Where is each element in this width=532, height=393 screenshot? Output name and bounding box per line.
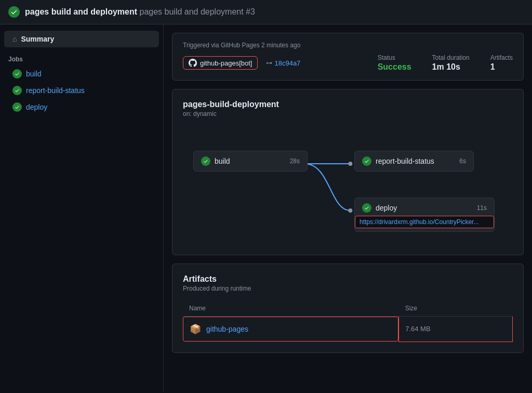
deploy-node-icon: [362, 203, 371, 213]
package-icon: 📦: [190, 323, 201, 335]
page-header: pages build and deployment pages build a…: [0, 0, 532, 24]
report-success-icon: [12, 86, 22, 95]
sidebar-item-build[interactable]: build: [4, 66, 159, 82]
sidebar-item-report-build-status[interactable]: report-build-status: [4, 83, 159, 98]
workflow-diagram: build 28s report-build-status 6s: [183, 130, 513, 244]
deploy-node[interactable]: deploy 11s https://drivardxrm.github.io/…: [354, 198, 495, 232]
status-item: Status Success: [378, 54, 411, 72]
artifacts-card: Artifacts Produced during runtime Name S…: [172, 264, 524, 353]
svg-point-2: [348, 208, 352, 213]
table-row[interactable]: 📦 github-pages 7.64 MB: [183, 317, 513, 342]
duration-item: Total duration 1m 10s: [432, 54, 470, 72]
artifacts-item: Artifacts 1: [490, 54, 513, 72]
job-build-label: build: [26, 70, 42, 78]
sidebar-item-deploy[interactable]: deploy: [4, 99, 159, 115]
main-layout: ⌂ Summary Jobs build report-build-status…: [0, 24, 532, 392]
build-node-icon: [201, 156, 210, 166]
sidebar-summary[interactable]: ⌂ Summary: [4, 31, 159, 47]
bot-badge[interactable]: github-pages[bot]: [183, 56, 258, 70]
report-node[interactable]: report-build-status 6s: [354, 151, 474, 172]
report-node-icon: [362, 156, 371, 166]
deploy-url-link[interactable]: https://drivardxrm.github.io/CountryPick…: [355, 216, 494, 228]
triggered-text: Triggered via GitHub Pages 2 minutes ago: [183, 42, 513, 49]
build-success-icon: [12, 69, 22, 78]
workflow-on: on: dynamic: [183, 110, 513, 117]
summary-label: Summary: [21, 35, 54, 43]
trigger-card: Triggered via GitHub Pages 2 minutes ago…: [172, 33, 524, 81]
success-icon: [8, 6, 20, 18]
jobs-section-label: Jobs: [0, 51, 163, 65]
artifact-name-cell[interactable]: 📦 github-pages: [183, 317, 398, 342]
artifacts-table: Name Size 📦 github-pages 7.64 MB: [183, 300, 513, 342]
home-icon: ⌂: [12, 35, 17, 43]
workflow-title: pages build and deployment pages build a…: [25, 7, 255, 17]
workflow-name: pages-build-deployment: [183, 100, 513, 109]
workflow-card: pages-build-deployment on: dynamic: [172, 89, 524, 255]
artifact-size-cell: 7.64 MB: [399, 317, 513, 342]
artifacts-subtitle: Produced during runtime: [183, 285, 513, 292]
job-report-label: report-build-status: [26, 86, 85, 95]
status-group: Status Success Total duration 1m 10s Art…: [378, 54, 513, 72]
col-name: Name: [183, 300, 399, 317]
job-deploy-label: deploy: [26, 103, 47, 111]
workflow-run-number: pages build and deployment #3: [139, 7, 255, 16]
sidebar: ⌂ Summary Jobs build report-build-status…: [0, 24, 164, 392]
svg-point-1: [348, 162, 352, 166]
commit-link[interactable]: ⊶ 18c94a7: [266, 59, 300, 67]
artifacts-title: Artifacts: [183, 274, 513, 284]
build-node[interactable]: build 28s: [193, 151, 308, 172]
trigger-bottom-row: github-pages[bot] ⊶ 18c94a7 Status Succe…: [183, 54, 513, 72]
commit-icon: ⊶: [266, 59, 272, 67]
deploy-success-icon: [12, 102, 22, 112]
main-content: Triggered via GitHub Pages 2 minutes ago…: [164, 24, 532, 392]
col-size: Size: [399, 300, 513, 317]
github-icon: [189, 59, 197, 67]
